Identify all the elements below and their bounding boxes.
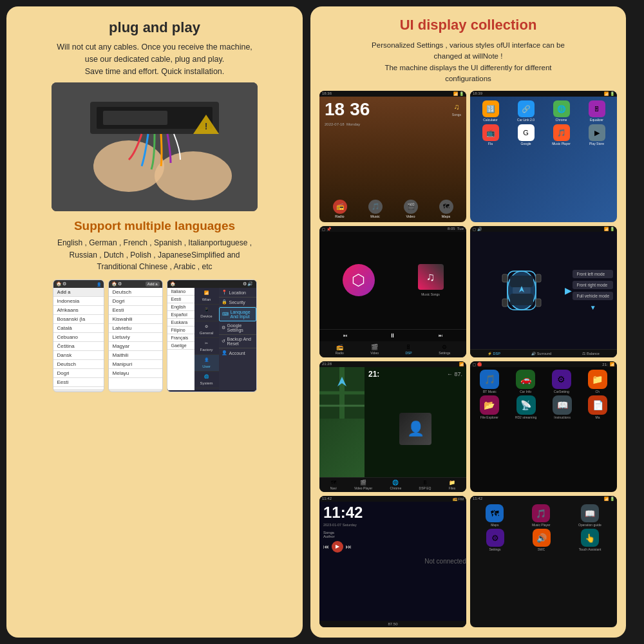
ui-cell-e: 21:28📶 (319, 361, 466, 493)
ui-cell-g: 11:42📻 FM 11:42 2023-01-07 Saturday Song… (319, 496, 466, 627)
svg-point-5 (155, 151, 232, 200)
plug-section: plug and play Will not cut any cables. O… (18, 19, 291, 211)
lang-screen-3: 🏠 ⚙ 🔊 Italiano Eesti English Español Eus… (167, 279, 257, 392)
svg-rect-12 (510, 294, 533, 305)
ui-cell-c: ◻ 📌8:05 Tue ⬡ ♫ Music Songs ⏮ ⏸ (319, 226, 466, 357)
ui-title: UI display collection (319, 17, 617, 33)
ui-cell-b: 18:39📶 🔋 🔢 Calculator 🔗 Car Link 2.0 🌐 (470, 91, 617, 222)
ui-cell-d: ◻ 🔊📶 🔋 (470, 226, 617, 357)
left-panel: plug and play Will not cut any cables. O… (6, 6, 303, 638)
lang-screen-1: 🏠 ⚙ 👤 Add a Indonesia Afrikaans Bosanski… (53, 279, 104, 392)
plug-desc: Will not cut any cables. Once you receiv… (57, 41, 252, 77)
security-label: Security (229, 300, 245, 305)
ui-grid: 18:36📶 🔋 18 36 ♫ Songs 2022-07-18 Monday (319, 91, 617, 627)
svg-rect-15 (502, 299, 507, 307)
ui-desc: Personalized Settings , various styles o… (319, 40, 617, 84)
language-screenshots: 🏠 ⚙ 👤 Add a Indonesia Afrikaans Bosanski… (18, 279, 291, 392)
svg-rect-13 (502, 274, 507, 282)
languages-section: Support multiple languages English , Ger… (18, 219, 291, 392)
right-panel: UI display collection Personalized Setti… (310, 6, 626, 638)
ui-cell-a: 18:36📶 🔋 18 36 ♫ Songs 2022-07-18 Monday (319, 91, 466, 222)
lang-desc: English , German , French , Spanish , It… (18, 237, 291, 273)
svg-rect-16 (536, 299, 541, 307)
ui-cell-h: 11:42📶 🔋 🗺 Maps 🎵 Music (470, 496, 617, 627)
installation-image: ! (52, 82, 258, 211)
plug-title: plug and play (109, 19, 200, 36)
svg-rect-3 (103, 111, 167, 125)
svg-rect-11 (510, 276, 533, 287)
ui-cell-f: ◻ 🔴21: 📶 🎵 BT Music 🚗 Car Info (470, 361, 617, 493)
svg-text:!: ! (205, 121, 208, 131)
lang-title: Support multiple languages (18, 219, 291, 233)
lang-screen-2: 🏠 ⚙ Add a Deutsch Dogri Eesti Kiswahili … (108, 279, 163, 392)
svg-rect-14 (536, 274, 541, 282)
account-label: Account (229, 351, 245, 355)
